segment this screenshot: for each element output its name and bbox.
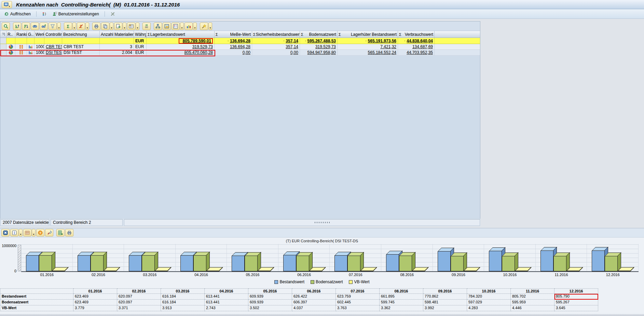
- bar-bestandswert-03.2016[interactable]: [129, 255, 142, 271]
- graphic-button[interactable]: [163, 23, 171, 30]
- column-header-r[interactable]: R..: [6, 31, 15, 38]
- total-value[interactable]: 805.789.590,01: [183, 39, 211, 43]
- views-button[interactable]: [101, 23, 109, 30]
- value-link[interactable]: 319.529,73: [192, 44, 213, 49]
- window-menu-button[interactable]: ▾: [2, 1, 12, 8]
- bar-bodensatzwert-08.2016[interactable]: [399, 256, 412, 271]
- total-value[interactable]: 565.191.973,56: [368, 39, 396, 43]
- bar-vb-wert-03.2016[interactable]: [155, 271, 168, 271]
- subtotal-dropdown-arrow[interactable]: ▼: [85, 23, 89, 30]
- chart-help-button[interactable]: ?: [36, 229, 44, 236]
- bar-bodensatzwert-07.2016[interactable]: [347, 256, 360, 271]
- bar-bestandswert-02.2016[interactable]: [78, 255, 91, 271]
- bar-bestandswert-05.2016[interactable]: [232, 256, 245, 271]
- legend-dropdown-arrow[interactable]: ▼: [180, 23, 184, 30]
- total-value[interactable]: 44.838.640,04: [407, 39, 433, 43]
- pane-splitter-handle[interactable]: [315, 222, 330, 223]
- column-header-ranking[interactable]: Ranking: [15, 31, 27, 38]
- graphic-hierarchy-button[interactable]: [154, 23, 162, 30]
- drilldown-link[interactable]: CBR TEST: [46, 44, 62, 49]
- value-link[interactable]: 594.947.958,80: [307, 50, 336, 55]
- bar-vb-wert-09.2016[interactable]: [464, 271, 477, 271]
- total-value[interactable]: 136.694,28: [230, 39, 250, 43]
- column-header-controlling[interactable]: Controllin..: [44, 31, 62, 38]
- value-link[interactable]: 0,00: [290, 50, 298, 55]
- bar-bestandswert-11.2016[interactable]: [540, 250, 553, 271]
- chart-select-button[interactable]: [184, 23, 193, 30]
- value-link[interactable]: 134.687,69: [412, 44, 433, 49]
- bar-vb-wert-10.2016[interactable]: [515, 271, 528, 271]
- sort-descending-button[interactable]: [22, 23, 30, 30]
- bar-bestandswert-09.2016[interactable]: [438, 251, 451, 271]
- value-link[interactable]: 319.529,73: [315, 44, 336, 49]
- filter-dropdown-arrow[interactable]: ▼: [57, 23, 61, 30]
- bar-vb-wert-04.2016[interactable]: [206, 271, 219, 271]
- export-excel-button[interactable]: [56, 229, 65, 236]
- total-value[interactable]: 595.267.488,53: [307, 39, 336, 43]
- column-header-g[interactable]: G..: [27, 31, 35, 38]
- bar-bodensatzwert-09.2016[interactable]: [451, 256, 464, 271]
- ranking-button[interactable]: [15, 44, 27, 49]
- bar-bestandswert-12.2016[interactable]: [592, 250, 605, 271]
- total-value[interactable]: 357,14: [286, 39, 298, 43]
- legend-button[interactable]: [172, 23, 180, 30]
- refresh-button[interactable]: Auffrischen: [3, 11, 32, 17]
- find-button[interactable]: [31, 23, 39, 30]
- bar-vb-wert-11.2016[interactable]: [566, 271, 579, 271]
- value-link[interactable]: 7.421,32: [380, 44, 396, 49]
- bar-bodensatzwert-04.2016[interactable]: [193, 255, 206, 271]
- chart-info-button[interactable]: i: [10, 229, 18, 236]
- chart-table-view-button[interactable]: [23, 229, 31, 236]
- drilldown-link[interactable]: DSI TEST: [46, 50, 62, 55]
- layout-button[interactable]: [127, 23, 135, 30]
- find-next-button[interactable]: [40, 23, 48, 30]
- bar-bodensatzwert-10.2016[interactable]: [502, 256, 515, 271]
- bar-vb-wert-07.2016[interactable]: [360, 271, 373, 271]
- pie-button[interactable]: [6, 50, 15, 55]
- bar-bestandswert-01.2016[interactable]: [26, 255, 39, 271]
- user-settings-button[interactable]: Benutzereinstellungen: [51, 11, 100, 17]
- chart-info-dropdown-arrow[interactable]: ▼: [19, 229, 23, 236]
- value-link[interactable]: 805.470.060,28: [184, 50, 213, 55]
- chart-select-dropdown-arrow[interactable]: ▼: [193, 23, 197, 30]
- value-link[interactable]: 0,00: [243, 50, 250, 55]
- tools-button[interactable]: [109, 11, 117, 17]
- chart-table-view-dropdown-arrow[interactable]: ▼: [32, 229, 36, 236]
- value-link[interactable]: 44.703.952,35: [407, 50, 433, 55]
- column-header-werk[interactable]: Werk: [35, 31, 44, 38]
- bar-bodensatzwert-02.2016[interactable]: [91, 255, 104, 271]
- value-link[interactable]: 136.694,28: [230, 44, 250, 49]
- column-header-verbrauch[interactable]: ΣVerbrauchswert: [398, 31, 435, 38]
- column-header-waehrg[interactable]: Währg: [134, 31, 147, 38]
- bars-small-button[interactable]: [27, 44, 35, 49]
- bar-bodensatzwert-11.2016[interactable]: [553, 256, 566, 271]
- print-button[interactable]: [92, 23, 100, 30]
- views-dropdown-arrow[interactable]: ▼: [110, 23, 113, 30]
- column-header-lagerhueter[interactable]: ΣLagerhüter Bestandswert: [338, 31, 398, 38]
- value-link[interactable]: 565.184.552,24: [368, 50, 396, 55]
- value-link[interactable]: 357,14: [286, 44, 298, 49]
- bar-vb-wert-05.2016[interactable]: [258, 271, 271, 271]
- crystal-reports-button[interactable]: [200, 23, 208, 30]
- bar-vb-wert-12.2016[interactable]: [618, 271, 631, 271]
- bar-bodensatzwert-06.2016[interactable]: [296, 256, 309, 271]
- filter-button[interactable]: [49, 23, 57, 30]
- chart-print-button[interactable]: [65, 229, 73, 236]
- bar-bestandswert-08.2016[interactable]: [386, 254, 399, 271]
- bar-vb-wert-01.2016[interactable]: [52, 271, 65, 271]
- word-processing-button[interactable]: 00: [142, 23, 151, 30]
- bar-bodensatzwert-12.2016[interactable]: [605, 256, 618, 271]
- close-chart-button[interactable]: [1, 229, 10, 236]
- bar-bodensatzwert-05.2016[interactable]: [245, 256, 258, 271]
- bar-bestandswert-06.2016[interactable]: [283, 255, 296, 271]
- export-button[interactable]: [114, 23, 122, 30]
- crystal-reports-dropdown-arrow[interactable]: ▼: [208, 23, 212, 30]
- legend-button[interactable]: [41, 11, 48, 17]
- column-header-anzahl[interactable]: Anzahl Materialien: [100, 31, 134, 38]
- bar-bodensatzwert-01.2016[interactable]: [39, 255, 52, 271]
- ranking-button[interactable]: [15, 50, 27, 55]
- bar-bestandswert-04.2016[interactable]: [180, 255, 193, 271]
- bar-vb-wert-08.2016[interactable]: [412, 271, 425, 271]
- export-dropdown-arrow[interactable]: ▼: [123, 23, 126, 30]
- column-header-lager[interactable]: ΣLagerbestandswert: [147, 31, 215, 38]
